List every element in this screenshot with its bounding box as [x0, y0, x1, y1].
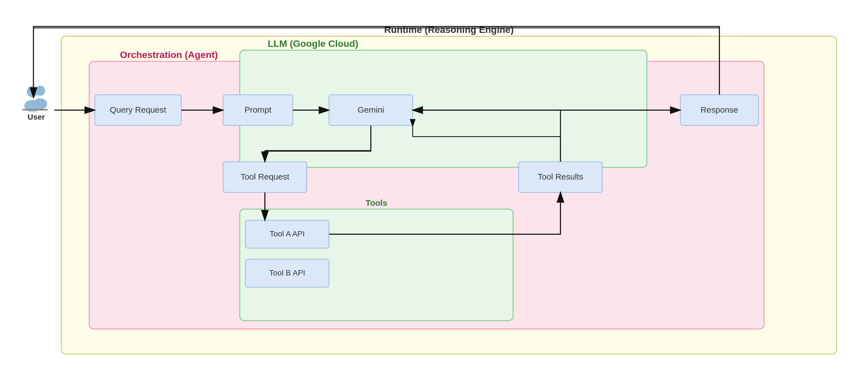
response-to-user-arrow	[33, 27, 719, 97]
gemini-box	[329, 95, 413, 126]
user-area: User	[17, 84, 56, 122]
tool-a-box	[245, 220, 329, 248]
diagram-svg: Runtime (Reasoning Engine) Orchestration…	[11, 11, 857, 376]
tool-a-label: Tool A API	[270, 229, 305, 238]
user-label: User	[28, 112, 45, 121]
tool-request-box	[223, 162, 307, 192]
runtime-box	[61, 36, 836, 354]
response-box	[680, 95, 758, 126]
gemini-label: Gemini	[358, 105, 384, 114]
svg-rect-4	[22, 109, 48, 110]
tool-results-box	[519, 162, 602, 192]
query-request-label: Query Request	[110, 105, 166, 114]
arrows-overlay	[11, 11, 857, 376]
gemini-to-tool-request-arrow	[265, 126, 371, 161]
tool-b-box	[245, 259, 329, 287]
prompt-box	[223, 95, 293, 126]
query-request-box	[95, 95, 181, 126]
svg-point-2	[27, 86, 38, 97]
orchestration-label: Orchestration (Agent)	[120, 50, 218, 60]
tools-to-tool-results-arrow	[330, 193, 560, 234]
arrow-response-back-to-user	[33, 28, 719, 98]
tool-results-label: Tool Results	[537, 172, 583, 181]
tools-box	[240, 209, 513, 321]
tool-results-to-gemini-arrow	[413, 110, 560, 161]
llm-label: LLM (Google Cloud)	[268, 38, 358, 49]
prompt-label: Prompt	[245, 105, 272, 114]
tool-b-label: Tool B API	[269, 268, 305, 277]
user-icon	[20, 84, 53, 111]
diagram-container: User Runtime (Reasoning Engine) Orchestr…	[11, 11, 857, 376]
tool-request-label: Tool Request	[240, 172, 289, 181]
orchestration-box	[89, 61, 764, 329]
llm-box	[240, 50, 647, 167]
response-label: Response	[701, 105, 738, 114]
tools-label: Tools	[366, 198, 387, 207]
runtime-label: Runtime (Reasoning Engine)	[384, 24, 514, 35]
